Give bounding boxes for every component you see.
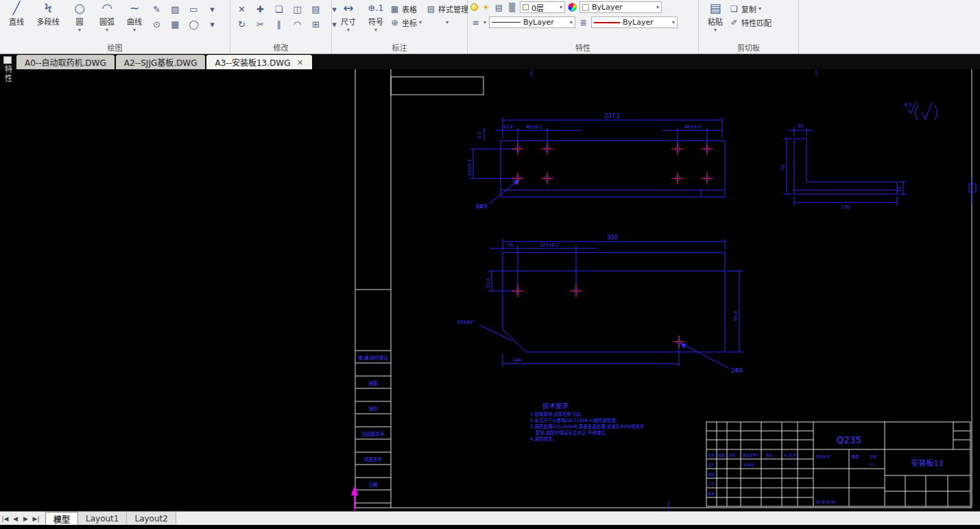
revision-arrow[interactable] [351,486,358,510]
last-tab-button[interactable]: ▶| [31,515,41,522]
layer-on-icon[interactable] [470,3,478,11]
sheet-frame[interactable]: 借(通)用件登记 描图 描校 旧底图总号 底图总号 日期 [355,69,972,508]
grid-icon[interactable]: ▦ [167,17,184,31]
chevron-down-icon[interactable]: ▾ [419,19,422,25]
current-layer-label: 0层 [531,2,544,13]
tech-notes[interactable]: 技术要求 1.锐角倒钝,去除毛刺飞边。 2.未注尺寸公差按GB/T1804-m级… [530,402,645,442]
style-manager-button[interactable]: ▤ 样式管理 [426,3,468,14]
roughness-symbol[interactable]: 6.3 [905,101,937,120]
chevron-down-icon[interactable]: ▾ [204,2,221,16]
current-linetype-label: ByLayer [523,18,554,27]
table-icon: ▦ [390,4,400,14]
chevron-down-icon[interactable]: ▾ [714,27,717,33]
spline-tool-label: 曲线 [127,16,142,27]
symbol-tool-button[interactable]: ⊕.1 符号 ▾ [362,0,390,33]
dim-label: 300 [607,235,617,241]
doc-tab-a3-active[interactable]: A3--安装板13.DWG × [206,55,311,69]
collapsed-palette-tab[interactable]: 特性 [1,56,14,83]
chevron-down-icon[interactable]: ▾ [133,27,136,33]
donut-icon[interactable]: ⊙ [148,17,165,31]
color-dropdown[interactable]: ByLayer ▾ [579,1,662,13]
chevron-down-icon[interactable]: ▾ [204,17,221,31]
array-icon[interactable]: ▤ [307,2,324,16]
tech-note-line: 3.调质处理220-250HB,表面发蓝处理,安装孔Φ9与相关件 [530,423,645,430]
trim-icon[interactable]: ✂ [252,17,269,31]
arc-tool-button[interactable]: ◠ 圆弧 ▾ [93,0,121,33]
sun-icon[interactable]: ☀ [481,3,491,12]
linetype-list-icon[interactable]: ≡ [470,18,481,27]
ellipse-icon[interactable]: ◯ [185,17,202,31]
doc-tab-a2[interactable]: A2--SJJG基板.DWG [116,55,206,69]
polyline-tool-button[interactable]: Ϟ 多段线 [30,0,66,27]
table-tool-button[interactable]: ▦ 表格 [390,3,422,14]
centering-marks[interactable] [531,69,976,511]
close-tab-icon[interactable]: × [296,58,303,67]
paste-button[interactable]: ▤ 粘贴 ▾ [702,0,729,33]
copy-icon[interactable]: ❏ [270,2,287,16]
layer-dropdown[interactable]: 0层 ▾ [520,1,565,13]
layout1-tab[interactable]: Layout1 [78,512,127,525]
rotate-icon[interactable]: ↻ [233,17,250,31]
bottom-strip [0,525,980,529]
linetype-dropdown[interactable]: ByLayer ▾ [489,16,575,28]
side-view[interactable]: 30 70 120 10 [780,124,907,210]
line-tool-button[interactable]: ╱ 直线 [3,0,30,27]
move-icon[interactable]: ✚ [252,2,269,16]
lineweight-list-icon[interactable]: ≣ [578,18,588,27]
doc-tab-label: A3--安装板13.DWG [215,56,290,68]
chevron-down-icon[interactable]: ▾ [374,27,377,33]
spline-icon: ∼ [129,1,139,16]
dimension-tool-button[interactable]: ↔ 尺寸 ▾ [335,0,362,33]
polyline-tool-label: 多段线 [37,16,60,27]
coordinate-icon: ⊕ [390,18,400,27]
rectangle-icon[interactable]: ▭ [185,2,202,16]
doc-tab-a0[interactable]: A0--自动取药机.DWG [16,55,115,69]
layout2-tab[interactable]: Layout2 [127,512,176,525]
prev-tab-button[interactable]: ◀ [10,515,21,522]
side-column-label: 借(通)用件登记 [358,355,389,361]
color-wheel-icon[interactable] [568,3,577,12]
chevron-down-icon[interactable]: ▾ [106,27,108,33]
spline-tool-button[interactable]: ∼ 曲线 ▾ [121,0,148,33]
copy-button[interactable]: ❏ 复制 ▾ [729,3,772,14]
ribbon-group-modify: ✕ ↻ ✚ ✂ ❏ ∥ ◫ ◠ ▤ ⊞ ▾ ▾ 修改 [230,0,332,54]
explode-icon[interactable]: ⊞ [307,17,324,31]
title-block-role: 审核 [708,472,715,477]
coordinate-tool-button[interactable]: ⊕ 坐标 ▾ [390,16,422,28]
top-view[interactable]: 237.2 22.6 40±0.2 40±0.2 5.5 40±0.2 8Φ9 [467,113,725,210]
first-tab-button[interactable]: |◀ [0,515,10,522]
chevron-down-icon[interactable]: ▾ [483,19,486,25]
circle-tool-button[interactable]: ○ 圆 ▾ [66,0,93,33]
match-properties-button[interactable]: ✐ 特性匹配 [729,16,772,28]
chevron-down-icon[interactable]: ▾ [78,27,81,33]
front-view[interactable]: 300 20 120±0.2 31.4 94.9 240 30X45° 2Φ9 [457,235,743,374]
dim-label: 120±0.2 [540,242,559,248]
model-tab[interactable]: 模型 [45,512,78,525]
lineweight-dropdown[interactable]: ByLayer ▾ [591,16,678,28]
pencil-icon[interactable]: ✎ [148,2,165,16]
ribbon-group-clipboard: ▤ 粘贴 ▾ ❏ 复制 ▾ ✐ 特性匹配 剪切板 [699,0,799,54]
title-block-role: 标准化 [744,462,754,467]
title-block-field: 比例 [870,454,876,459]
doc-tab-label: A0--自动取药机.DWG [25,56,106,68]
hatch-icon[interactable]: ▨ [167,2,184,16]
fillet-icon[interactable]: ◠ [289,17,306,31]
part-name-label: 安装板13 [911,458,944,468]
chevron-down-icon[interactable]: ▾ [560,4,562,10]
next-tab-button[interactable]: ▶ [21,515,31,522]
transparency-icon[interactable]: ▒ [507,3,517,12]
drawing-canvas[interactable]: 借(通)用件登记 描图 描校 旧底图总号 底图总号 日期 237.2 22.6 … [0,69,980,511]
hole-callout-label: 8Φ9 [476,204,487,210]
chevron-down-icon[interactable]: ▾ [758,5,761,12]
chevron-down-icon[interactable]: ▾ [446,19,449,25]
chevron-down-icon[interactable]: ▾ [570,19,573,25]
offset-icon[interactable]: ∥ [270,17,287,31]
model-space-canvas[interactable]: 借(通)用件登记 描图 描校 旧底图总号 底图总号 日期 237.2 22.6 … [0,69,980,511]
erase-icon[interactable]: ✕ [233,2,250,16]
chevron-down-icon[interactable]: ▾ [347,27,350,33]
title-block[interactable]: Q235 安装板13 标记 处数 分区 更改文件号 签名 年.月.日 设计 审核… [706,422,970,506]
chevron-down-icon[interactable]: ▾ [656,4,659,10]
chevron-down-icon[interactable]: ▾ [672,19,675,25]
printer-icon[interactable]: ▤ [494,3,504,12]
mirror-icon[interactable]: ◫ [289,2,306,16]
